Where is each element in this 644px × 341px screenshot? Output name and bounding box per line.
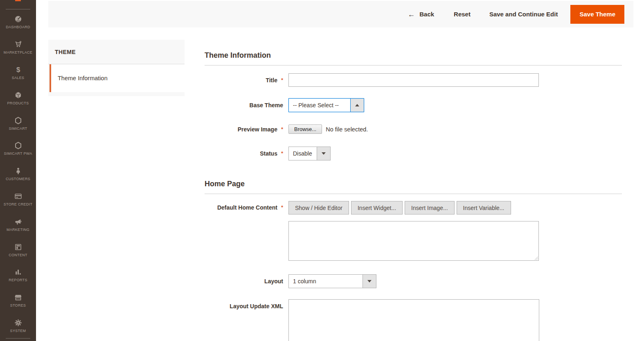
sidebar-item-label: DASHBOARD bbox=[6, 25, 30, 29]
status-selected-value: Disable bbox=[289, 147, 317, 160]
sidebar-item-reports[interactable]: REPORTS bbox=[0, 262, 36, 288]
sidebar-item-label: CUSTOMERS bbox=[6, 177, 30, 181]
section-divider bbox=[205, 194, 622, 194]
editor-buttons-row: Show / Hide Editor Insert Widget... Inse… bbox=[288, 201, 539, 215]
field-row-title: Title * bbox=[205, 73, 622, 87]
required-marker: * bbox=[281, 204, 283, 210]
field-row-preview-image: Preview Image * Browse... No file select… bbox=[205, 124, 622, 134]
nav-item-theme-information[interactable]: Theme Information bbox=[50, 64, 185, 92]
field-row-layout-update-xml: Layout Update XML bbox=[205, 299, 622, 341]
reset-button[interactable]: Reset bbox=[454, 11, 471, 18]
marketplace-icon bbox=[14, 40, 23, 49]
sidebar-item-content[interactable]: CONTENT bbox=[0, 237, 36, 262]
sidebar-item-marketplace[interactable]: MARKETPLACE bbox=[0, 35, 36, 60]
reports-icon bbox=[14, 268, 23, 276]
base-theme-selected-value: -- Please Select -- bbox=[289, 99, 350, 112]
show-hide-editor-button[interactable]: Show / Hide Editor bbox=[288, 201, 349, 215]
section-heading-home-page: Home Page bbox=[205, 180, 622, 188]
sidebar-item-label: SALES bbox=[12, 76, 25, 80]
theme-nav-panel: THEME Theme Information bbox=[48, 40, 185, 96]
store-credit-icon bbox=[14, 192, 23, 201]
insert-image-button[interactable]: Insert Image... bbox=[405, 201, 454, 215]
sidebar-item-label: PRODUCTS bbox=[7, 101, 29, 105]
required-marker: * bbox=[281, 150, 283, 156]
file-selected-status: No file selected. bbox=[326, 126, 368, 133]
base-theme-dropdown-button[interactable] bbox=[350, 99, 364, 112]
status-select[interactable]: Disable bbox=[288, 147, 331, 160]
insert-widget-button[interactable]: Insert Widget... bbox=[351, 201, 403, 215]
sidebar-item-marketing[interactable]: MARKETING bbox=[0, 212, 36, 237]
section-heading-theme-information: Theme Information bbox=[205, 51, 622, 60]
simicart-icon bbox=[14, 116, 23, 125]
theme-edit-form: Theme Information Title * Base Theme -- … bbox=[205, 40, 622, 341]
base-theme-label: Base Theme bbox=[205, 102, 288, 108]
title-input[interactable] bbox=[288, 73, 539, 87]
dashboard-icon bbox=[14, 15, 23, 23]
sidebar-item-label: SYSTEM bbox=[10, 329, 26, 333]
chevron-down-icon bbox=[367, 280, 372, 282]
layout-update-xml-textarea[interactable] bbox=[288, 299, 539, 341]
status-dropdown-button[interactable] bbox=[317, 147, 330, 160]
sidebar-item-simicart-pwa[interactable]: SIMICART PWA bbox=[0, 136, 36, 161]
sidebar-item-dashboard[interactable]: DASHBOARD bbox=[0, 9, 36, 35]
sidebar-item-label: MARKETPLACE bbox=[4, 50, 32, 54]
back-button-label: Back bbox=[419, 11, 434, 18]
sidebar-item-stores[interactable]: STORES bbox=[0, 288, 36, 313]
page-actions-toolbar: ← Back Reset Save and Continue Edit Save… bbox=[48, 1, 633, 27]
layout-update-xml-label: Layout Update XML bbox=[205, 299, 288, 309]
sidebar-item-customers[interactable]: CUSTOMERS bbox=[0, 161, 36, 187]
default-home-content-textarea[interactable] bbox=[288, 221, 539, 261]
sidebar-item-sales[interactable]: $ SALES bbox=[0, 60, 36, 86]
chevron-up-icon bbox=[355, 104, 359, 106]
layout-dropdown-button[interactable] bbox=[363, 275, 376, 288]
insert-variable-button[interactable]: Insert Variable... bbox=[457, 201, 511, 215]
content-icon bbox=[14, 243, 23, 251]
sidebar-divider bbox=[6, 338, 30, 339]
status-label: Status * bbox=[205, 150, 288, 157]
browse-file-button[interactable]: Browse... bbox=[288, 124, 322, 134]
required-marker: * bbox=[281, 77, 283, 83]
sidebar-item-store-credit[interactable]: STORE CREDIT bbox=[0, 187, 36, 212]
section-divider bbox=[205, 65, 622, 65]
simicart-pwa-icon bbox=[14, 141, 23, 150]
sidebar-item-system[interactable]: SYSTEM bbox=[0, 313, 36, 339]
base-theme-select[interactable]: -- Please Select -- bbox=[288, 98, 364, 112]
sidebar-item-label: STORES bbox=[10, 303, 26, 307]
sidebar-item-label: REPORTS bbox=[9, 278, 27, 282]
sidebar-item-label: SIMICART PWA bbox=[4, 151, 32, 156]
customers-icon bbox=[14, 167, 23, 175]
system-icon bbox=[14, 318, 23, 327]
sidebar-item-label: SIMICART bbox=[9, 126, 27, 131]
content-textarea-wrapper bbox=[288, 215, 539, 261]
save-and-continue-button[interactable]: Save and Continue Edit bbox=[489, 11, 558, 18]
field-row-base-theme: Base Theme -- Please Select -- bbox=[205, 98, 622, 112]
stores-icon bbox=[14, 293, 23, 302]
sidebar-item-label: STORE CREDIT bbox=[4, 202, 32, 206]
title-label: Title * bbox=[205, 77, 288, 84]
products-icon bbox=[14, 91, 23, 99]
back-button[interactable]: ← Back bbox=[408, 11, 434, 18]
layout-label: Layout bbox=[205, 278, 288, 285]
back-arrow-icon: ← bbox=[408, 11, 415, 18]
required-marker: * bbox=[281, 126, 283, 132]
default-home-content-editor: Show / Hide Editor Insert Widget... Inse… bbox=[288, 201, 539, 262]
default-home-content-label: Default Home Content * bbox=[205, 201, 288, 211]
svg-text:$: $ bbox=[16, 66, 20, 74]
nav-panel-title: THEME bbox=[48, 40, 185, 64]
chevron-down-icon bbox=[322, 152, 326, 155]
field-row-status: Status * Disable bbox=[205, 147, 622, 160]
save-theme-button[interactable]: Save Theme bbox=[570, 5, 624, 24]
sidebar-item-products[interactable]: PRODUCTS bbox=[0, 85, 36, 111]
sidebar-item-simicart[interactable]: SIMICART bbox=[0, 111, 36, 136]
marketing-icon bbox=[14, 217, 23, 226]
sales-icon: $ bbox=[14, 65, 23, 74]
field-row-default-home-content: Default Home Content * Show / Hide Edito… bbox=[205, 201, 622, 262]
layout-selected-value: 1 column bbox=[289, 275, 363, 288]
magento-logo-partial[interactable] bbox=[15, 0, 21, 1]
sidebar-item-label: CONTENT bbox=[9, 253, 27, 257]
layout-select[interactable]: 1 column bbox=[288, 274, 376, 288]
admin-sidebar: DASHBOARD MARKETPLACE $ SALES PRODUCTS S… bbox=[0, 0, 36, 341]
preview-image-label: Preview Image * bbox=[205, 126, 288, 133]
sidebar-item-label: MARKETING bbox=[7, 228, 29, 232]
field-row-layout: Layout 1 column bbox=[205, 274, 622, 288]
